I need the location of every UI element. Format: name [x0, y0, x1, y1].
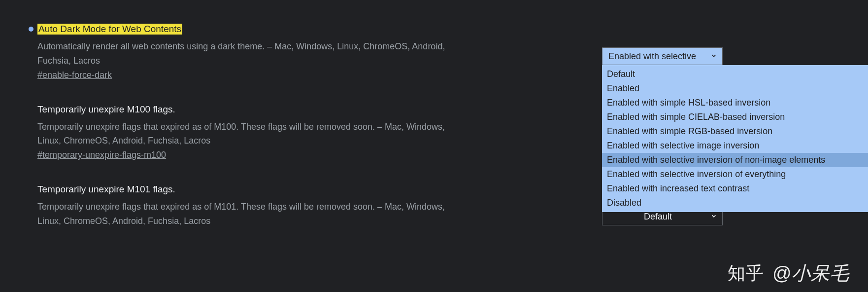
- flag-description: Temporarily unexpire flags that expired …: [37, 200, 462, 228]
- dropdown-option[interactable]: Enabled with selective image inversion: [602, 139, 868, 153]
- chevron-down-icon: [710, 212, 717, 222]
- modified-indicator-dot: [29, 27, 33, 32]
- dropdown-option[interactable]: Default: [602, 67, 868, 81]
- dropdown-option[interactable]: Enabled with simple CIELAB-based inversi…: [602, 110, 868, 124]
- flag-select-dropdown: Default Enabled Enabled with simple HSL-…: [602, 65, 868, 212]
- dropdown-option[interactable]: Enabled with increased text contrast: [602, 182, 868, 196]
- flag-title: Auto Dark Mode for Web Contents: [37, 24, 182, 35]
- flag-info: Temporarily unexpire M101 flags. Tempora…: [29, 184, 462, 230]
- dropdown-option[interactable]: Disabled: [602, 196, 868, 210]
- flag-title-row: Auto Dark Mode for Web Contents: [29, 24, 462, 35]
- dropdown-option[interactable]: Enabled with simple HSL-based inversion: [602, 96, 868, 110]
- zhihu-logo: 知乎: [728, 261, 764, 286]
- flag-info: Temporarily unexpire M100 flags. Tempora…: [29, 104, 462, 161]
- flag-title-row: Temporarily unexpire M101 flags.: [29, 184, 462, 195]
- flag-hash-link[interactable]: #temporary-unexpire-flags-m100: [37, 150, 166, 160]
- watermark-author: @小呆毛: [772, 261, 849, 286]
- flag-title: Temporarily unexpire M101 flags.: [37, 184, 175, 195]
- watermark: 知乎 @小呆毛: [728, 261, 849, 286]
- flag-title: Temporarily unexpire M100 flags.: [37, 104, 175, 115]
- dropdown-option[interactable]: Enabled with selective inversion of non-…: [602, 153, 868, 167]
- flag-description: Automatically render all web contents us…: [37, 39, 462, 68]
- dropdown-option[interactable]: Enabled with simple RGB-based inversion: [602, 124, 868, 139]
- dropdown-option[interactable]: Enabled with selective inversion of ever…: [602, 167, 868, 182]
- chevron-down-icon: [710, 51, 717, 62]
- flags-list: Auto Dark Mode for Web Contents Automati…: [0, 0, 868, 230]
- flag-item: Auto Dark Mode for Web Contents Automati…: [29, 24, 853, 80]
- flag-title-row: Temporarily unexpire M100 flags.: [29, 104, 462, 115]
- flag-hash-link[interactable]: #enable-force-dark: [37, 70, 112, 80]
- flag-select[interactable]: Enabled with selective: [602, 47, 723, 65]
- flag-info: Auto Dark Mode for Web Contents Automati…: [29, 24, 462, 80]
- dropdown-option[interactable]: Enabled: [602, 81, 868, 96]
- flag-description: Temporarily unexpire flags that expired …: [37, 120, 462, 148]
- select-value: Default: [644, 212, 672, 222]
- select-value: Enabled with selective: [608, 51, 696, 62]
- flag-control: Enabled with selective Default Enabled E…: [602, 24, 730, 80]
